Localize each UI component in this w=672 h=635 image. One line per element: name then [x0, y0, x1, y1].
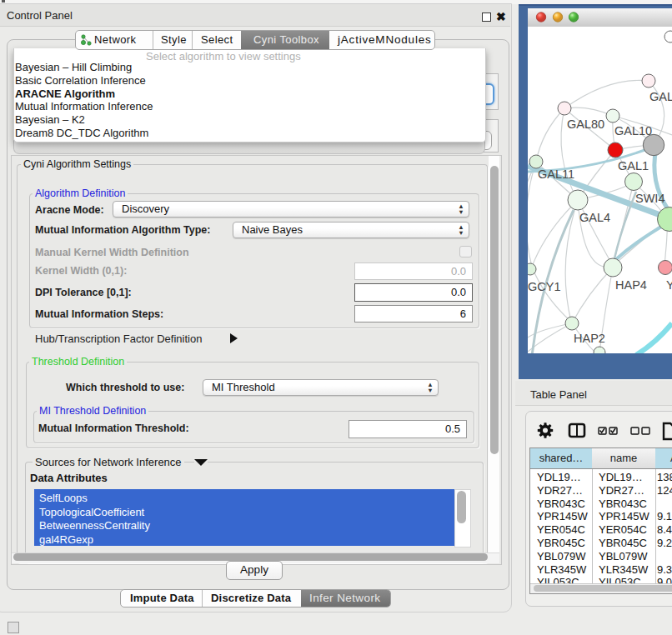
svg-text:SWI4: SWI4	[635, 192, 664, 205]
svg-text:GAL4: GAL4	[579, 211, 610, 224]
svg-text:GAL2: GAL2	[649, 90, 672, 103]
svg-text:GAL11: GAL11	[538, 168, 574, 181]
svg-text:GCY1: GCY1	[528, 280, 561, 293]
svg-text:GAL1: GAL1	[618, 159, 649, 172]
svg-text:GAL10: GAL10	[614, 124, 652, 138]
svg-text:GAL80: GAL80	[567, 118, 604, 131]
svg-text:YM: YM	[666, 278, 672, 292]
svg-text:HAP2: HAP2	[574, 332, 605, 345]
svg-text:HAP4: HAP4	[615, 278, 647, 292]
